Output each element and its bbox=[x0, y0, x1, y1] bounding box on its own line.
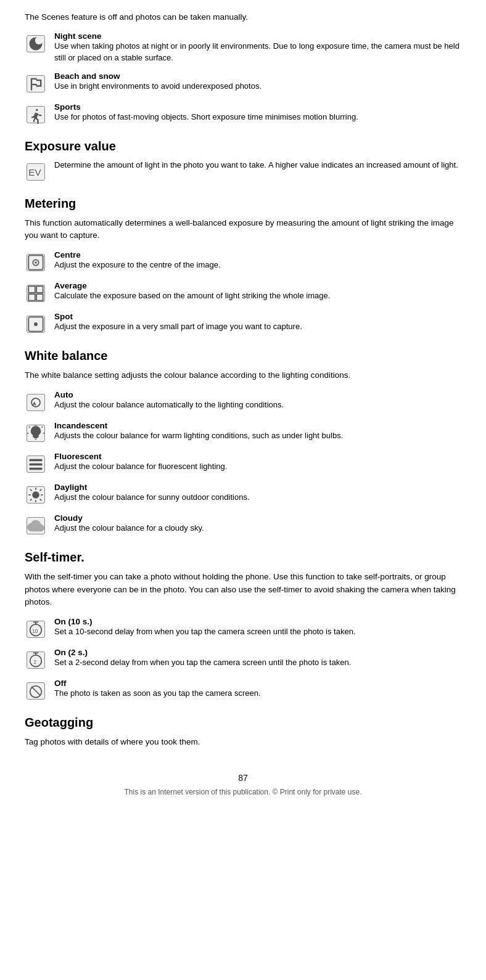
fluorescent-desc: Adjust the colour balance for fluorescen… bbox=[54, 461, 461, 473]
svg-point-0 bbox=[36, 108, 38, 111]
metering-body: This function automatically determines a… bbox=[25, 217, 461, 242]
fluorescent-title: Fluorescent bbox=[54, 452, 461, 461]
svg-line-27 bbox=[40, 489, 41, 491]
svg-line-14 bbox=[41, 427, 43, 428]
self-timer-heading: Self-timer. bbox=[25, 550, 461, 565]
metering-heading: Metering bbox=[25, 197, 461, 211]
svg-line-25 bbox=[30, 489, 31, 491]
timer-10-content: On (10 s.) Set a 10-second delay from wh… bbox=[54, 617, 461, 638]
svg-rect-17 bbox=[30, 459, 43, 462]
svg-rect-8 bbox=[36, 294, 43, 301]
svg-line-13 bbox=[29, 427, 30, 428]
timer-off-title: Off bbox=[54, 679, 461, 688]
scenes-list: Night scene Use when taking photos at ni… bbox=[25, 31, 461, 126]
night-scene-desc: Use when taking photos at night or in po… bbox=[54, 41, 461, 64]
beach-snow-content: Beach and snow Use in bright environment… bbox=[54, 71, 461, 92]
svg-rect-19 bbox=[30, 468, 43, 470]
wb-auto-title: Auto bbox=[54, 390, 461, 399]
timer-10-title: On (10 s.) bbox=[54, 617, 461, 626]
wb-auto-desc: Adjust the colour balance automatically … bbox=[54, 399, 461, 411]
list-item: Beach and snow Use in bright environment… bbox=[25, 71, 461, 95]
exposure-value-heading: Exposure value bbox=[25, 139, 461, 153]
sports-title: Sports bbox=[54, 102, 461, 112]
svg-text:EV: EV bbox=[28, 167, 41, 178]
night-scene-title: Night scene bbox=[54, 31, 461, 41]
page-footer: 87 This is an Internet version of this p… bbox=[25, 773, 461, 796]
spot-content: Spot Adjust the exposure in a very small… bbox=[54, 312, 461, 333]
night-scene-icon bbox=[25, 33, 47, 55]
svg-point-11 bbox=[31, 398, 40, 407]
self-timer-list: 10 On (10 s.) Set a 10-second delay from… bbox=[25, 617, 461, 702]
sports-desc: Use for photos of fast-moving objects. S… bbox=[54, 112, 461, 123]
average-content: Average Calculate the exposure based on … bbox=[54, 281, 461, 302]
spot-desc: Adjust the exposure in a very small part… bbox=[54, 321, 461, 333]
svg-point-4 bbox=[35, 261, 37, 264]
list-item: 2 On (2 s.) Set a 2-second delay from wh… bbox=[25, 648, 461, 671]
timer-2-title: On (2 s.) bbox=[54, 648, 461, 657]
svg-point-10 bbox=[34, 322, 38, 326]
geotagging-heading: Geotagging bbox=[25, 716, 461, 730]
white-balance-body: The white balance setting adjusts the co… bbox=[25, 369, 461, 382]
centre-content: Centre Adjust the exposure to the centre… bbox=[54, 250, 461, 271]
daylight-title: Daylight bbox=[54, 483, 461, 492]
centre-icon bbox=[25, 251, 47, 274]
footer-note: This is an Internet version of this publ… bbox=[25, 788, 461, 796]
list-item: Off The photo is taken as soon as you ta… bbox=[25, 679, 461, 702]
svg-text:2: 2 bbox=[34, 659, 37, 665]
incandescent-content: Incandescent Adjusts the colour balance … bbox=[54, 421, 461, 442]
timer-off-icon bbox=[25, 680, 47, 702]
ev-content: Determine the amount of light in the pho… bbox=[54, 160, 461, 171]
svg-point-20 bbox=[32, 492, 39, 499]
list-item: Average Calculate the exposure based on … bbox=[25, 281, 461, 304]
incandescent-icon bbox=[25, 422, 47, 444]
daylight-desc: Adjust the colour balance for sunny outd… bbox=[54, 492, 461, 504]
svg-rect-7 bbox=[28, 294, 35, 301]
page-number: 87 bbox=[25, 773, 461, 783]
list-item: Centre Adjust the exposure to the centre… bbox=[25, 250, 461, 274]
cloudy-title: Cloudy bbox=[54, 513, 461, 523]
list-item: EV Determine the amount of light in the … bbox=[25, 160, 461, 183]
fluorescent-icon bbox=[25, 453, 47, 475]
incandescent-desc: Adjusts the colour balance for warm ligh… bbox=[54, 430, 461, 442]
sports-icon bbox=[25, 104, 47, 126]
svg-rect-18 bbox=[30, 463, 43, 466]
ev-icon: EV bbox=[25, 161, 47, 183]
timer-2-icon: 2 bbox=[25, 649, 47, 671]
spot-title: Spot bbox=[54, 312, 461, 321]
svg-line-28 bbox=[30, 499, 31, 500]
metering-list: Centre Adjust the exposure to the centre… bbox=[25, 250, 461, 335]
list-item: Incandescent Adjusts the colour balance … bbox=[25, 421, 461, 444]
centre-title: Centre bbox=[54, 250, 461, 259]
cloudy-content: Cloudy Adjust the colour balance for a c… bbox=[54, 513, 461, 534]
timer-2-desc: Set a 2-second delay from when you tap t… bbox=[54, 657, 461, 669]
svg-rect-5 bbox=[28, 287, 35, 293]
beach-snow-title: Beach and snow bbox=[54, 71, 461, 81]
incandescent-title: Incandescent bbox=[54, 421, 461, 430]
svg-line-26 bbox=[40, 499, 41, 500]
average-desc: Calculate the exposure based on the amou… bbox=[54, 290, 461, 302]
centre-desc: Adjust the exposure to the centre of the… bbox=[54, 259, 461, 271]
list-item: Auto Adjust the colour balance automatic… bbox=[25, 390, 461, 414]
white-balance-list: Auto Adjust the colour balance automatic… bbox=[25, 390, 461, 537]
svg-text:10: 10 bbox=[32, 629, 38, 634]
timer-off-desc: The photo is taken as soon as you tap th… bbox=[54, 688, 461, 700]
ev-desc: Determine the amount of light in the pho… bbox=[54, 160, 461, 171]
wb-auto-content: Auto Adjust the colour balance automatic… bbox=[54, 390, 461, 411]
list-item: Cloudy Adjust the colour balance for a c… bbox=[25, 513, 461, 537]
intro-text: The Scenes feature is off and photos can… bbox=[25, 12, 461, 22]
list-item: 10 On (10 s.) Set a 10-second delay from… bbox=[25, 617, 461, 640]
self-timer-body: With the self-timer you can take a photo… bbox=[25, 571, 461, 608]
average-icon bbox=[25, 282, 47, 304]
exposure-value-list: EV Determine the amount of light in the … bbox=[25, 160, 461, 183]
daylight-content: Daylight Adjust the colour balance for s… bbox=[54, 483, 461, 504]
beach-snow-icon bbox=[25, 73, 47, 95]
list-item: Fluorescent Adjust the colour balance fo… bbox=[25, 452, 461, 475]
wb-auto-icon bbox=[25, 391, 47, 414]
svg-rect-6 bbox=[36, 287, 43, 293]
timer-10-icon: 10 bbox=[25, 618, 47, 640]
fluorescent-content: Fluorescent Adjust the colour balance fo… bbox=[54, 452, 461, 473]
daylight-icon bbox=[25, 484, 47, 506]
sports-content: Sports Use for photos of fast-moving obj… bbox=[54, 102, 461, 123]
timer-2-content: On (2 s.) Set a 2-second delay from when… bbox=[54, 648, 461, 669]
beach-snow-desc: Use in bright environments to avoid unde… bbox=[54, 81, 461, 92]
